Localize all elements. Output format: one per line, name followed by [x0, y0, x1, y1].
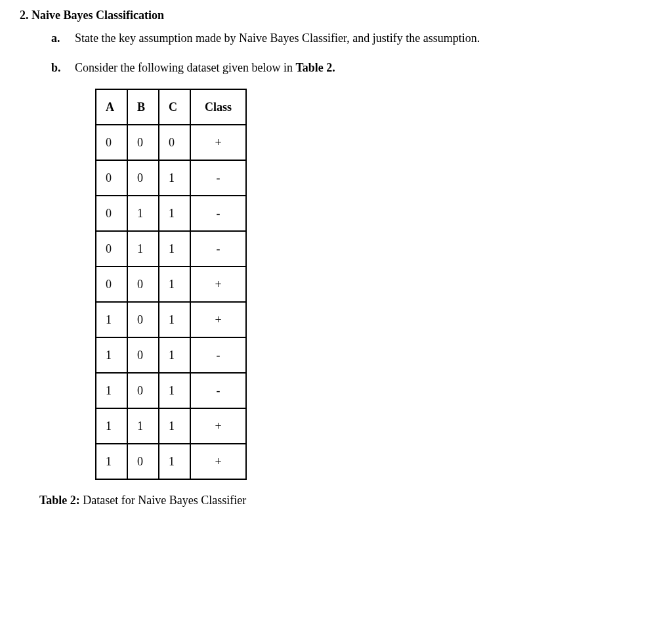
cell-c: 1 [159, 444, 190, 479]
table-row: 0 0 0 + [96, 125, 246, 160]
table-header-row: A B C Class [96, 89, 246, 125]
cell-class: + [190, 444, 246, 479]
subitem-b-prefix: Consider the following dataset given bel… [75, 61, 295, 74]
cell-c: 1 [159, 408, 190, 444]
table-row: 1 0 1 + [96, 444, 246, 479]
subitem-a-text: State the key assumption made by Naive B… [75, 30, 652, 47]
cell-c: 1 [159, 373, 190, 408]
cell-c: 1 [159, 267, 190, 302]
header-b: B [127, 89, 159, 125]
table-row: 0 1 1 - [96, 196, 246, 231]
cell-a: 0 [96, 125, 127, 160]
table-row: 1 0 1 - [96, 373, 246, 408]
cell-class: - [190, 196, 246, 231]
caption-bold: Table 2: [39, 494, 80, 507]
section-title: Naive Bayes Classification [32, 9, 164, 22]
subitem-b-bold: Table 2. [295, 61, 335, 74]
header-a: A [96, 89, 127, 125]
cell-c: 0 [159, 125, 190, 160]
cell-c: 1 [159, 196, 190, 231]
cell-b: 1 [127, 196, 159, 231]
caption-text: Dataset for Naive Bayes Classifier [80, 494, 246, 507]
cell-c: 1 [159, 160, 190, 196]
table-row: 0 0 1 + [96, 267, 246, 302]
table-row: 1 1 1 + [96, 408, 246, 444]
cell-a: 0 [96, 267, 127, 302]
section-heading: 2. Naive Bayes Classification [20, 7, 652, 24]
cell-c: 1 [159, 231, 190, 267]
cell-a: 1 [96, 373, 127, 408]
table-row: 1 0 1 - [96, 337, 246, 373]
cell-class: - [190, 231, 246, 267]
cell-a: 1 [96, 337, 127, 373]
cell-b: 0 [127, 125, 159, 160]
cell-class: - [190, 160, 246, 196]
cell-class: + [190, 267, 246, 302]
cell-b: 0 [127, 160, 159, 196]
subitem-b-text: Consider the following dataset given bel… [75, 59, 652, 77]
cell-a: 0 [96, 231, 127, 267]
cell-class: + [190, 125, 246, 160]
cell-b: 1 [127, 408, 159, 444]
subitem-a: a. State the key assumption made by Naiv… [51, 30, 652, 47]
cell-class: + [190, 408, 246, 444]
cell-a: 0 [96, 160, 127, 196]
cell-class: - [190, 373, 246, 408]
cell-c: 1 [159, 337, 190, 373]
data-table: A B C Class 0 0 0 + 0 0 1 - 0 1 1 - 0 1 … [95, 89, 247, 480]
section-number: 2. [20, 9, 29, 22]
cell-a: 1 [96, 302, 127, 337]
table-row: 0 0 1 - [96, 160, 246, 196]
cell-c: 1 [159, 302, 190, 337]
subitem-a-label: a. [51, 30, 63, 47]
subitem-b-label: b. [51, 59, 63, 77]
cell-b: 0 [127, 337, 159, 373]
table-row: 1 0 1 + [96, 302, 246, 337]
cell-a: 1 [96, 408, 127, 444]
table-row: 0 1 1 - [96, 231, 246, 267]
cell-class: + [190, 302, 246, 337]
cell-b: 1 [127, 231, 159, 267]
cell-a: 0 [96, 196, 127, 231]
table-caption: Table 2: Dataset for Naive Bayes Classif… [39, 492, 652, 509]
cell-b: 0 [127, 444, 159, 479]
header-class: Class [190, 89, 246, 125]
subitem-b: b. Consider the following dataset given … [51, 59, 652, 77]
cell-b: 0 [127, 302, 159, 337]
header-c: C [159, 89, 190, 125]
cell-class: - [190, 337, 246, 373]
cell-b: 0 [127, 373, 159, 408]
cell-a: 1 [96, 444, 127, 479]
cell-b: 0 [127, 267, 159, 302]
